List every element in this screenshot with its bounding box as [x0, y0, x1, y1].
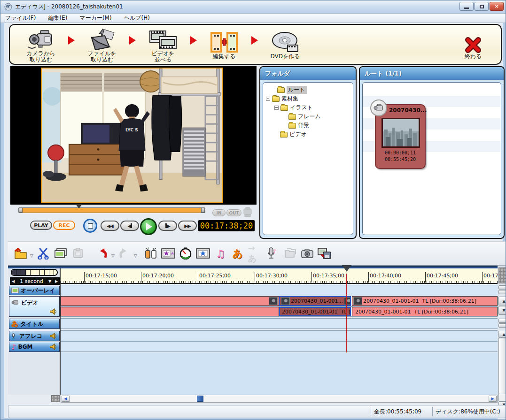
dropdown-icon[interactable]: ▽: [30, 253, 33, 258]
tree-item-illust[interactable]: イラスト: [266, 103, 353, 112]
timeline-clip-video-1[interactable]: [61, 296, 279, 306]
tree-item-video[interactable]: ビデオ: [266, 130, 353, 139]
ffwd-button[interactable]: ▶▶: [178, 221, 197, 231]
workflow-step-dvd[interactable]: DVDを作る: [261, 29, 310, 60]
organize-folders-button[interactable]: [283, 246, 297, 260]
bgm-button[interactable]: ♫: [213, 246, 227, 260]
menu-edit[interactable]: 編集(E): [48, 14, 67, 22]
hscroll-grip[interactable]: [51, 395, 60, 402]
restore-button[interactable]: [475, 2, 489, 11]
timeline-ruler[interactable]: 00:17:15;00 00:17:20;00 00:17:25;00 00:1…: [61, 268, 498, 284]
import-clip-button[interactable]: [14, 246, 28, 260]
in-button[interactable]: IN: [212, 209, 226, 216]
ruler-label: 00:17:15;00: [86, 273, 117, 279]
title-text-button[interactable]: あ: [231, 246, 245, 260]
speed-button[interactable]: [179, 246, 193, 260]
workflow-step-import[interactable]: ファイルを 取り込む: [78, 26, 126, 63]
redo-button[interactable]: [117, 246, 132, 260]
track-row-video[interactable]: 20070430_01-001... 20070430_01-001-01 TL…: [61, 296, 498, 306]
tree-item-frame[interactable]: フレーム: [266, 112, 353, 121]
workflow-step-capture[interactable]: カメラから 取り込む: [16, 26, 65, 63]
titlebar[interactable]: エディウスJ - 20080126_taishakuten01 ×: [0, 0, 506, 14]
seek-start-handle[interactable]: [19, 208, 23, 213]
timeline-clip-video-2[interactable]: 20070430_01-001-01 TL [Dur:00:38:06;21]: [352, 296, 498, 306]
video-effect-button[interactable]: [196, 246, 210, 260]
track-row-video-audio[interactable]: 20070430_01-001-01 TL [... 20070430_01-0…: [61, 306, 498, 317]
export-button[interactable]: [318, 246, 332, 260]
timeline-zoom-slider[interactable]: [11, 269, 58, 276]
seek-bar[interactable]: [18, 207, 205, 213]
speaker-icon[interactable]: [49, 344, 57, 350]
speaker-icon[interactable]: [49, 308, 57, 315]
step-back-button[interactable]: ◀: [120, 221, 139, 231]
hscroll-right-button[interactable]: ▶: [489, 396, 497, 402]
dropdown-icon[interactable]: ▽: [134, 253, 137, 258]
close-button[interactable]: ×: [490, 2, 504, 11]
play-mode-button[interactable]: PLAY: [30, 221, 52, 230]
track-row-afreco[interactable]: [61, 330, 498, 341]
rec-mode-button[interactable]: REC: [53, 221, 75, 230]
track-row-title[interactable]: [61, 318, 498, 329]
quit-label: 終わる: [465, 53, 482, 60]
title-scroll-down-button[interactable]: [498, 323, 506, 328]
step-forward-button[interactable]: ▶: [158, 221, 177, 231]
left-arrow-icon: ◀: [64, 397, 67, 401]
playhead-handle[interactable]: [342, 265, 351, 272]
play-button[interactable]: [140, 218, 157, 235]
cut-button[interactable]: [36, 246, 50, 260]
stop-button[interactable]: [83, 219, 97, 233]
bin-clip[interactable]: 20070430... 00:00:00;11 00:55:45;20: [375, 104, 426, 169]
paste-button[interactable]: [71, 246, 85, 260]
quit-button[interactable]: 終わる: [452, 29, 494, 60]
vscrollbar-thumb[interactable]: [498, 338, 506, 394]
hscrollbar[interactable]: ◀ ▶: [61, 395, 498, 403]
hscroll-left-button[interactable]: ◀: [62, 396, 70, 402]
dropdown-icon[interactable]: ▽: [111, 253, 115, 258]
video-scroll-up-button[interactable]: ▲: [498, 297, 506, 305]
track-row-overlay[interactable]: [61, 285, 498, 295]
timeline-clip-audio-selected[interactable]: 20070430_01-001-01 TL [...: [279, 307, 351, 316]
seek-thumb[interactable]: [75, 204, 83, 208]
hscrollbar-thumb[interactable]: [197, 396, 203, 402]
ruler-grip[interactable]: [498, 267, 506, 283]
scale-dropdown-button[interactable]: ▼: [47, 277, 53, 285]
timeline-clip-video-selected[interactable]: 20070430_01-001...: [279, 296, 351, 306]
workflow-step-arrange[interactable]: ビデオを 並べる: [139, 26, 187, 63]
track-header-video[interactable]: ビデオ: [9, 296, 60, 317]
undo-button[interactable]: [95, 246, 109, 260]
scale-prev-button[interactable]: ◀: [10, 277, 16, 285]
text-anim-button[interactable]: →あ: [248, 246, 262, 260]
track-row-bgm[interactable]: [61, 341, 498, 352]
workflow-step-edit[interactable]: 編集する: [200, 29, 249, 60]
minimize-button[interactable]: [459, 2, 474, 11]
collapse-icon[interactable]: [266, 97, 270, 101]
scale-next-button[interactable]: ▶: [53, 277, 60, 285]
menu-help[interactable]: ヘルプ(H): [124, 14, 150, 22]
timeline-clip-audio-1[interactable]: [61, 307, 279, 316]
vscroll-up-button[interactable]: ▲: [498, 331, 506, 337]
menu-marker[interactable]: マーカー(M): [79, 14, 111, 22]
tree-item-materials[interactable]: 素材集: [266, 94, 353, 103]
menu-file[interactable]: ファイル(F): [5, 14, 36, 22]
speaker-icon[interactable]: [49, 333, 57, 339]
seek-end-handle[interactable]: [201, 208, 205, 213]
timeline-clip-audio-2[interactable]: 20070430_01-001-01 TL [Dur:00:38:06;21]: [352, 307, 498, 316]
collapse-icon[interactable]: [274, 106, 279, 110]
video-scroll-down-button[interactable]: ▼: [498, 306, 506, 315]
tree-item-root[interactable]: ルート: [266, 85, 353, 94]
title-effect-button[interactable]: [161, 246, 175, 260]
tree-item-background[interactable]: 背景: [266, 121, 353, 130]
overlay-scroll-up-button[interactable]: [498, 285, 506, 290]
overlay-scroll-down-button[interactable]: [498, 290, 506, 294]
transition-button[interactable]: [144, 246, 158, 260]
track-header-overlay[interactable]: オーバーレイ: [9, 286, 60, 295]
track-header-bgm[interactable]: ♪ BGM: [9, 342, 60, 352]
rewind-button[interactable]: ◀◀: [101, 221, 119, 231]
clip-frames-button[interactable]: [54, 246, 68, 260]
afreco-button[interactable]: ♪: [265, 246, 280, 260]
track-header-title[interactable]: あ タイトル: [9, 319, 60, 329]
snapshot-button[interactable]: [300, 246, 314, 260]
track-header-afreco[interactable]: アフレコ: [9, 331, 60, 341]
title-scroll-up-button[interactable]: [498, 319, 506, 323]
out-button[interactable]: OUT: [226, 209, 241, 216]
